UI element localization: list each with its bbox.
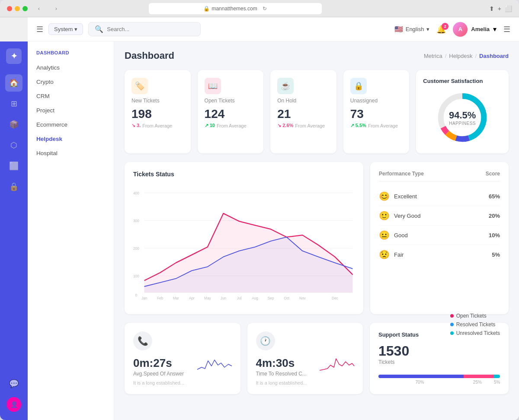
avg-speed-desc: It is a long established... [133,380,232,385]
on-hold-title: On Hold [277,98,330,104]
support-count: 1530 [378,343,409,359]
nav-item-project[interactable]: Project [28,103,114,118]
svg-text:300: 300 [133,219,139,223]
user-avatar: A [453,22,468,37]
nav-item-helpdesk[interactable]: Helpdesk [28,132,114,146]
open-tickets-value: 124 [205,107,257,121]
bottom-avatar[interactable]: 👤 [6,397,21,412]
satisfaction-percent: 94.5% [449,110,476,121]
main-content: Dashboard Metrica / Helpdesk / Dashboard… [114,41,519,420]
sidebar-icon[interactable]: ⬜ [505,5,512,12]
sidebar-icon-box[interactable]: 📦 [5,116,22,133]
lang-chevron-icon: ▾ [426,26,429,32]
unassigned-from: From Average [368,123,398,128]
legend-resolved: Resolved Tickets [450,321,500,328]
fair-emoji: 😟 [379,249,390,260]
fullscreen-dot[interactable] [22,6,28,11]
unresolved-dot [450,331,454,335]
unassigned-footer: ↗ 5.5% From Average [350,123,403,128]
reload-icon[interactable]: ↻ [263,6,267,12]
perf-row-excellent: 😊 Excellent 65% [379,187,500,206]
sidebar-icon-layers[interactable]: ⬡ [5,137,22,154]
perf-row-good: 😐 Good 10% [379,226,500,245]
browser-window: ‹ › 🔒 mannatthemes.com ↻ ⬆ + ⬜ ☰ System … [0,0,519,420]
time-resolve-label: Time To Resolved C... [256,371,307,377]
url-bar[interactable]: 🔒 mannatthemes.com ↻ [149,3,322,14]
svg-text:100: 100 [133,274,139,278]
donut-center: 94.5% HAPPINESS [449,110,476,126]
nav-sidebar: DASHBOARD Analytics Crypto CRM Project E… [28,41,114,420]
browser-title-bar: ‹ › 🔒 mannatthemes.com ↻ ⬆ + ⬜ [0,0,519,17]
sidebar-icon-home[interactable]: 🏠 [5,74,22,92]
unresolved-segment [494,375,500,378]
app-logo[interactable]: ✦ [6,48,22,64]
svg-text:Feb: Feb [157,296,163,300]
chart-title: Tickets Status [133,171,355,178]
support-count-label: Tickets [378,359,409,365]
forward-button[interactable]: › [50,3,62,14]
perf-fair-left: 😟 Fair [379,249,404,260]
legend-open: Open Tickets [450,313,500,319]
time-resolve-sparkline [320,356,354,374]
minimize-dot[interactable] [15,6,20,11]
sidebar-icon-copy[interactable]: ⬜ [5,157,22,175]
nav-section-title: DASHBOARD [28,50,114,60]
nav-item-analytics[interactable]: Analytics [28,60,114,75]
language-selector[interactable]: 🇺🇸 English ▾ [394,25,430,33]
stat-card-open-tickets: 📖 Open Tickets 124 ↗ 10 From Average [198,70,264,153]
menu-icon[interactable]: ☰ [503,25,510,34]
nav-item-ecommerce[interactable]: Ecommerce [28,118,114,132]
new-tickets-value: 198 [131,107,184,121]
svg-text:Apr: Apr [189,296,195,300]
browser-actions: ⬆ + ⬜ [489,5,512,12]
nav-item-crm[interactable]: CRM [28,89,114,103]
on-hold-icon: ☕ [277,78,294,94]
performance-header: Performance Type Score [379,171,500,181]
share-icon[interactable]: ⬆ [489,5,494,12]
breadcrumb-dashboard: Dashboard [479,53,509,59]
stat-card-on-hold: ☕ On Hold 21 ↘ 2.6% From Average [270,70,336,153]
stats-cards: 🏷️ New Tickets 198 ↘ 3. From Average 📖 O… [125,70,509,153]
new-tab-icon[interactable]: + [498,5,501,12]
satisfaction-card: Customer Satisfaction [416,70,509,153]
unresolved-label: Unresolved Tickets [456,330,500,336]
fair-label: Fair [394,251,404,258]
performance-card: Performance Type Score 😊 Excellent 65% [370,162,509,314]
close-dot[interactable] [7,6,12,11]
top-bar: ☰ System ▾ 🔍 🇺🇸 English ▾ 🔔 [28,17,519,41]
on-hold-change: ↘ 2.6% [277,123,293,128]
unassigned-change: ↗ 5.5% [350,123,366,128]
on-hold-value: 21 [277,107,330,121]
open-tickets-icon: 📖 [205,78,221,94]
sidebar-icon-grid[interactable]: ⊞ [5,95,22,112]
system-dropdown[interactable]: System ▾ [48,23,83,35]
hamburger-button[interactable]: ☰ [36,25,43,34]
unassigned-title: Unassigned [350,98,403,104]
sidebar-icon-lock[interactable]: 🔒 [5,178,22,195]
fair-score: 5% [492,251,500,258]
user-profile[interactable]: A Amelia ▾ [453,22,497,37]
sidebar-icon-user[interactable]: 👤 [5,396,22,413]
nav-item-crypto[interactable]: Crypto [28,75,114,89]
open-tickets-footer: ↗ 10 From Average [205,123,257,128]
search-icon: 🔍 [95,25,103,33]
search-box[interactable]: 🔍 [88,22,201,36]
svg-text:200: 200 [133,247,139,251]
sidebar-icon-chat[interactable]: 💬 [5,375,22,392]
flag-icon: 🇺🇸 [394,25,403,33]
url-text: mannatthemes.com [211,6,257,12]
svg-text:400: 400 [133,191,139,195]
very-good-label: Very Good [394,213,420,219]
excellent-label: Excellent [394,193,417,200]
progress-label-5: 5% [494,380,500,385]
new-tickets-title: New Tickets [131,98,184,104]
good-emoji: 😐 [379,230,390,240]
nav-item-hospital[interactable]: Hospital [28,146,114,160]
back-button[interactable]: ‹ [33,3,45,14]
svg-text:Sep: Sep [268,296,274,300]
svg-text:Oct: Oct [284,296,290,300]
top-bar-right: 🇺🇸 English ▾ 🔔 2 A Amelia ▾ ☰ [394,22,510,37]
notification-button[interactable]: 🔔 2 [436,25,446,34]
search-input[interactable] [107,26,194,32]
perf-very-good-left: 🙂 Very Good [379,210,420,221]
